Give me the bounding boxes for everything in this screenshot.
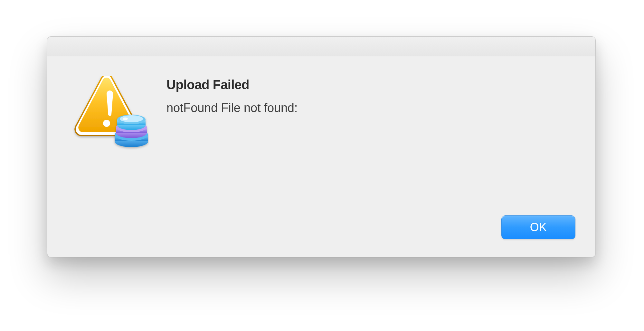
svg-point-11 — [123, 118, 128, 120]
ok-button[interactable]: OK — [501, 215, 575, 239]
alert-icon-group — [69, 76, 149, 150]
dialog-titlebar — [47, 37, 595, 56]
alert-dialog: Upload Failed notFound File not found: O… — [47, 36, 596, 257]
svg-point-0 — [103, 120, 110, 127]
dialog-title: Upload Failed — [166, 78, 574, 92]
dialog-content: Upload Failed notFound File not found: O… — [47, 56, 595, 257]
dialog-message: notFound File not found: — [166, 101, 574, 115]
database-stack-icon — [115, 115, 148, 147]
warning-triangle-icon — [69, 76, 149, 150]
